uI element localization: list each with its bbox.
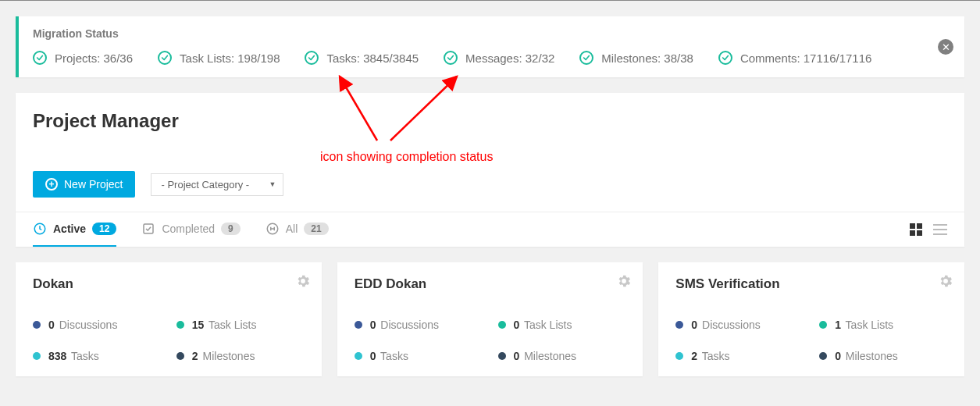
migration-item-text: Task Lists: 198/198 bbox=[180, 52, 280, 65]
dot-icon bbox=[355, 352, 362, 360]
stat-milestones: 0 Milestones bbox=[498, 350, 626, 362]
tab-label: Active bbox=[53, 223, 86, 235]
migration-item-text: Projects: 36/36 bbox=[55, 52, 133, 65]
check-circle-icon bbox=[158, 51, 172, 65]
migration-item-task-lists: Task Lists: 198/198 bbox=[158, 51, 280, 65]
dot-icon bbox=[33, 321, 41, 329]
dot-icon bbox=[176, 321, 184, 329]
project-title: Dokan bbox=[33, 276, 305, 292]
migration-item-text: Messages: 32/32 bbox=[465, 52, 554, 65]
dot-icon bbox=[33, 352, 41, 360]
stat-milestones: 0 Milestones bbox=[819, 350, 947, 362]
tab-count-badge: 12 bbox=[92, 223, 116, 235]
tab-active[interactable]: Active 12 bbox=[33, 212, 116, 247]
project-stats: 0 Discussions 15 Task Lists 838 Tasks 2 … bbox=[33, 319, 305, 362]
project-stats: 0 Discussions 1 Task Lists 2 Tasks 0 Mil… bbox=[675, 319, 947, 362]
dot-icon bbox=[675, 352, 683, 360]
migration-item-text: Milestones: 38/38 bbox=[601, 52, 693, 65]
tab-all[interactable]: All 21 bbox=[265, 212, 329, 247]
grid-view-button[interactable] bbox=[910, 223, 922, 236]
new-project-button[interactable]: + New Project bbox=[33, 171, 135, 198]
dot-icon bbox=[819, 352, 827, 360]
project-title: SMS Verification bbox=[675, 276, 947, 292]
dot-icon bbox=[355, 321, 362, 329]
project-title: EDD Dokan bbox=[355, 276, 626, 292]
gear-icon[interactable] bbox=[616, 273, 632, 289]
stat-task-lists: 0 Task Lists bbox=[498, 319, 626, 331]
grid-icon bbox=[910, 223, 922, 236]
gear-icon[interactable] bbox=[938, 273, 953, 289]
migration-status-panel: Migration Status Projects: 36/36 Task Li… bbox=[16, 16, 964, 77]
check-circle-icon bbox=[718, 51, 732, 65]
migration-title: Migration Status bbox=[33, 27, 950, 40]
check-circle-icon bbox=[33, 51, 47, 65]
stat-discussions: 0 Discussions bbox=[675, 319, 804, 331]
migration-item-projects: Projects: 36/36 bbox=[33, 51, 133, 65]
project-card[interactable]: EDD Dokan 0 Discussions 0 Task Lists 0 T… bbox=[337, 262, 643, 376]
dot-icon bbox=[675, 321, 683, 329]
tab-count-badge: 9 bbox=[221, 223, 241, 235]
annotation-text: icon showing completion status bbox=[320, 150, 493, 164]
stat-tasks: 2 Tasks bbox=[675, 350, 804, 362]
tab-label: Completed bbox=[162, 223, 215, 235]
stat-task-lists: 15 Task Lists bbox=[176, 319, 305, 331]
check-circle-icon bbox=[444, 51, 458, 65]
stat-tasks: 0 Tasks bbox=[355, 350, 483, 362]
project-stats: 0 Discussions 0 Task Lists 0 Tasks 0 Mil… bbox=[355, 319, 626, 362]
dot-icon bbox=[498, 321, 506, 329]
tab-completed[interactable]: Completed 9 bbox=[141, 212, 240, 247]
stat-discussions: 0 Discussions bbox=[355, 319, 483, 331]
close-icon[interactable]: ✕ bbox=[938, 39, 953, 55]
stat-task-lists: 1 Task Lists bbox=[819, 319, 947, 331]
toolbar: + New Project - Project Category - bbox=[33, 171, 947, 198]
check-square-icon bbox=[141, 222, 155, 236]
migration-item-milestones: Milestones: 38/38 bbox=[579, 51, 693, 65]
migration-item-text: Comments: 17116/17116 bbox=[740, 52, 871, 65]
migration-item-comments: Comments: 17116/17116 bbox=[718, 51, 871, 65]
project-card[interactable]: Dokan 0 Discussions 15 Task Lists 838 Ta… bbox=[16, 262, 322, 376]
tabs-row: Active 12 Completed 9 All 21 bbox=[16, 212, 964, 247]
all-icon bbox=[265, 222, 280, 236]
list-icon bbox=[933, 224, 947, 235]
page-title: Project Manager bbox=[33, 110, 947, 132]
tab-count-badge: 21 bbox=[304, 223, 328, 235]
dot-icon bbox=[176, 352, 184, 360]
migration-item-messages: Messages: 32/32 bbox=[444, 51, 554, 65]
check-circle-icon bbox=[579, 51, 593, 65]
main-panel: Project Manager + New Project - Project … bbox=[16, 93, 964, 247]
migration-items-row: Projects: 36/36 Task Lists: 198/198 Task… bbox=[33, 51, 950, 65]
migration-item-tasks: Tasks: 3845/3845 bbox=[305, 51, 419, 65]
tab-label: All bbox=[286, 223, 298, 235]
dot-icon bbox=[819, 321, 827, 329]
stat-discussions: 0 Discussions bbox=[33, 319, 161, 331]
migration-item-text: Tasks: 3845/3845 bbox=[326, 52, 419, 65]
new-project-label: New Project bbox=[64, 178, 123, 191]
view-toggle bbox=[910, 223, 947, 236]
projects-grid: Dokan 0 Discussions 15 Task Lists 838 Ta… bbox=[16, 262, 964, 376]
stat-tasks: 838 Tasks bbox=[33, 350, 161, 362]
stat-milestones: 2 Milestones bbox=[176, 350, 305, 362]
check-circle-icon bbox=[305, 51, 319, 65]
dot-icon bbox=[498, 352, 506, 360]
clock-icon bbox=[33, 222, 47, 236]
list-view-button[interactable] bbox=[933, 224, 947, 235]
plus-circle-icon: + bbox=[45, 178, 58, 191]
gear-icon[interactable] bbox=[295, 273, 311, 289]
project-category-select[interactable]: - Project Category - bbox=[151, 173, 283, 196]
project-card[interactable]: SMS Verification 0 Discussions 1 Task Li… bbox=[658, 262, 964, 376]
svg-rect-1 bbox=[144, 224, 153, 233]
